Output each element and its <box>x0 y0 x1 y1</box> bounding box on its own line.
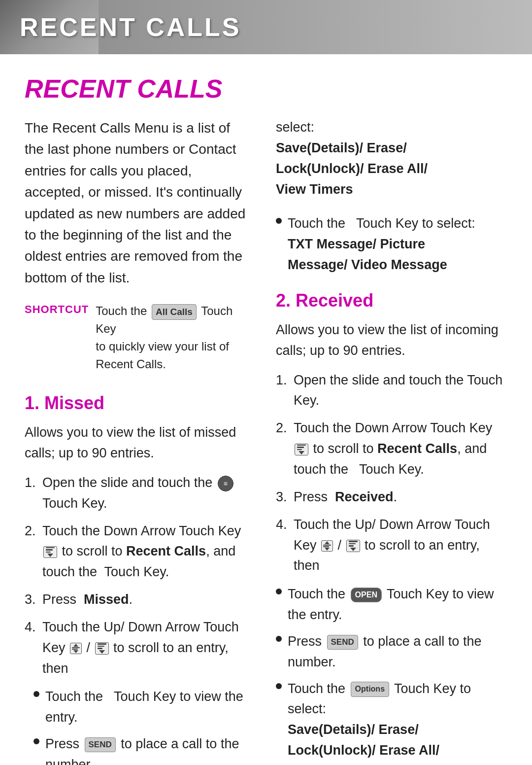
bullet-dot <box>276 636 282 642</box>
right-top-bullets: Touch the Touch Key to select: TXT Messa… <box>276 213 507 276</box>
up-down-arrow-key-icon <box>70 643 82 655</box>
page-content: RECENT CALLS The Recent Calls Menu is a … <box>0 54 532 765</box>
shortcut-row: SHORTCUT Touch the All Calls Touch Key t… <box>25 302 251 373</box>
received-bullet-2: Press SEND to place a call to the number… <box>276 631 507 673</box>
missed-continuation: select: Save(Details)/ Erase/Lock(Unlock… <box>276 117 507 200</box>
send-badge: SEND <box>85 737 116 752</box>
page-main-title: RECENT CALLS <box>25 74 507 104</box>
missed-step-1: 1. Open the slide and touch the ≡ Touch … <box>25 473 251 514</box>
options-badge: Options <box>351 682 389 697</box>
received-bullet-3: Touch the Options Touch Key to select: S… <box>276 679 507 765</box>
two-column-layout: The Recent Calls Menu is a list of the l… <box>25 117 507 765</box>
missed-bullet-2: Press SEND to place a call to the number… <box>33 734 251 765</box>
received-step-2: 2. Touch the Down Arrow Touch Key to scr… <box>276 418 507 480</box>
send-badge2: SEND <box>327 635 358 650</box>
bullet-dot <box>276 218 282 224</box>
bullet-dot <box>276 683 282 689</box>
intro-paragraph: The Recent Calls Menu is a list of the l… <box>25 117 251 288</box>
received-step-4: 4. Touch the Up/ Down Arrow Touch Key / <box>276 515 507 577</box>
down-arrow-key-icon <box>43 546 57 558</box>
received-bullets-list: Touch the OPEN Touch Key to view the ent… <box>276 584 507 765</box>
missed-bullets-list: Touch the Touch Key to view the entry. P… <box>33 687 251 765</box>
shortcut-label: SHORTCUT <box>25 302 89 316</box>
missed-step-3: 3. Press Missed. <box>25 590 251 610</box>
shortcut-content: Touch the All Calls Touch Key to quickly… <box>96 302 251 373</box>
bullet-dot <box>33 691 39 697</box>
missed-heading: 1. Missed <box>25 393 251 414</box>
bullet-dot <box>33 738 39 744</box>
open-badge: OPEN <box>351 588 382 603</box>
up-down-arrow-key-icon2 <box>321 540 333 552</box>
missed-body: Allows you to view the list of missed ca… <box>25 422 251 464</box>
down-arrow-key-icon3 <box>295 444 308 456</box>
received-body: Allows you to view the list of incoming … <box>276 320 507 361</box>
received-step-1: 1. Open the slide and touch the Touch Ke… <box>276 370 507 412</box>
menu-icon: ≡ <box>218 476 233 491</box>
down-arrow-key-icon2 <box>95 642 109 655</box>
received-bullet-1: Touch the OPEN Touch Key to view the ent… <box>276 584 507 626</box>
right-column: select: Save(Details)/ Erase/Lock(Unlock… <box>266 117 507 765</box>
bullet-dot <box>276 589 282 594</box>
page-header: RECENT CALLS <box>0 0 532 54</box>
all-calls-badge: All Calls <box>152 304 197 320</box>
missed-steps-list: 1. Open the slide and touch the ≡ Touch … <box>25 473 251 679</box>
received-steps-list: 1. Open the slide and touch the Touch Ke… <box>276 370 507 577</box>
missed-bullet-1: Touch the Touch Key to view the entry. <box>33 687 251 728</box>
down-arrow-key-icon4 <box>346 540 360 552</box>
missed-step-2: 2. Touch the Down Arrow Touch Key to scr… <box>25 521 251 583</box>
missed-step-4: 4. Touch the Up/ Down Arrow Touch Key / <box>25 617 251 679</box>
left-column: The Recent Calls Menu is a list of the l… <box>25 117 266 765</box>
right-bullet-1: Touch the Touch Key to select: TXT Messa… <box>276 213 507 276</box>
header-title: RECENT CALLS <box>0 12 241 42</box>
received-heading: 2. Received <box>276 290 507 311</box>
received-step-3: 3. Press Received. <box>276 487 507 508</box>
